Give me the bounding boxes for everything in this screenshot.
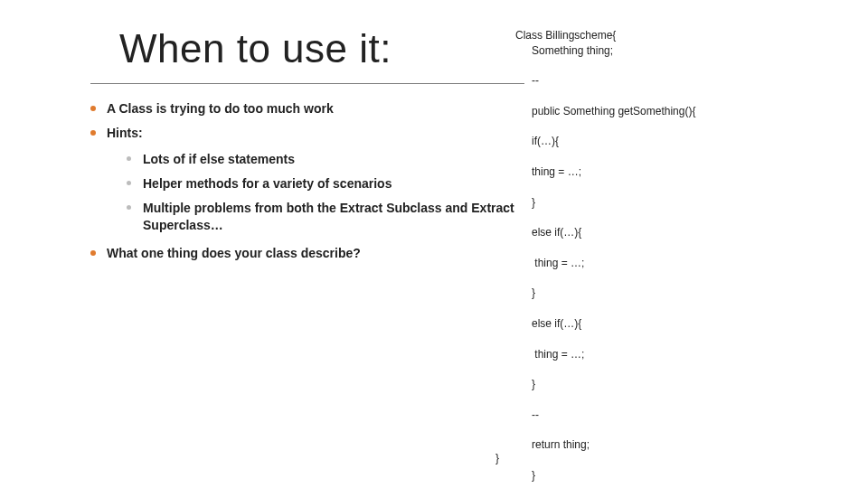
code-line: Class Billingscheme{ — [515, 29, 616, 42]
sub-bullet-list: Lots of if else statements Helper method… — [107, 147, 524, 238]
code-block: Class Billingscheme{ Something thing; --… — [515, 13, 850, 488]
code-line: } — [515, 468, 850, 483]
left-column: When to use it: A Class is trying to do … — [0, 27, 542, 266]
code-line: else if(…){ — [515, 225, 850, 240]
code-line: return thing; — [515, 437, 850, 453]
bullet-text: Hints: — [107, 126, 143, 140]
code-line: -- — [515, 408, 850, 423]
bullet-item: What one thing does your class describe? — [90, 241, 524, 266]
sub-bullet-item: Lots of if else statements — [127, 147, 524, 172]
slide: When to use it: A Class is trying to do … — [0, 0, 868, 488]
code-closing-brace: } — [495, 452, 499, 465]
bullet-item: A Class is trying to do too much work — [90, 97, 524, 121]
code-line: } — [515, 377, 850, 392]
code-line: thing = …; — [515, 256, 850, 271]
code-line: else if(…){ — [515, 316, 850, 332]
code-line: } — [515, 286, 850, 301]
bullet-list: A Class is trying to do too much work Hi… — [90, 97, 524, 265]
title-wrap: When to use it: — [90, 27, 524, 78]
code-column: Class Billingscheme{ Something thing; --… — [515, 13, 850, 488]
code-line: if(…){ — [515, 134, 850, 149]
code-line: } — [515, 195, 850, 211]
code-line: thing = …; — [515, 347, 850, 362]
sub-bullet-item: Helper methods for a variety of scenario… — [127, 172, 524, 196]
bullet-item: Hints: Lots of if else statements Helper… — [90, 121, 524, 240]
code-line: thing = …; — [515, 164, 850, 180]
slide-title: When to use it: — [119, 27, 524, 70]
code-line: public Something getSomething(){ — [515, 104, 850, 119]
code-line: Something thing; — [515, 43, 850, 59]
sub-bullet-item: Multiple problems from both the Extract … — [127, 196, 524, 238]
code-line: -- — [515, 73, 850, 89]
title-underline — [90, 83, 524, 84]
